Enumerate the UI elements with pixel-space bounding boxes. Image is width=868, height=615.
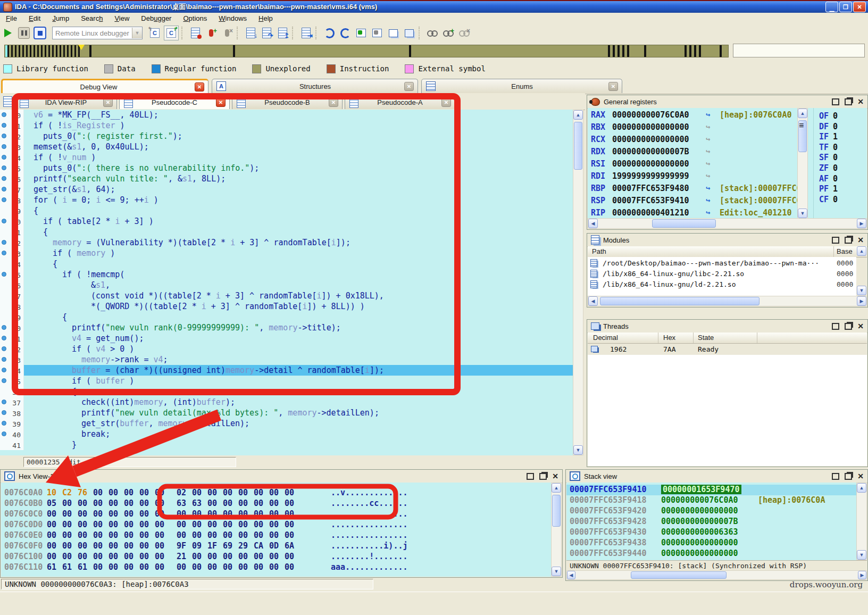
stack-value[interactable]: 000000000000007B (661, 517, 738, 526)
hex-byte[interactable]: 1F (207, 541, 223, 551)
modules-list[interactable]: /root/Desktop/baimao---pwn-master/baimao… (588, 257, 856, 296)
hex-byte[interactable]: 00 (78, 520, 93, 529)
undo-navigation-button[interactable] (322, 26, 336, 40)
restore-icon[interactable] (845, 237, 852, 244)
scroll-down-icon[interactable]: ▼ (552, 567, 561, 576)
code-line[interactable]: 22memory = (Vulnerability *)(table[2 * i… (0, 237, 573, 248)
hex-byte[interactable]: 00 (192, 562, 207, 572)
step-source-next-button[interactable]: C↱ (164, 26, 179, 40)
navigation-band[interactable] (4, 45, 729, 57)
hex-byte[interactable]: 63 (192, 498, 207, 508)
hex-byte[interactable]: 00 (254, 498, 269, 508)
hex-byte[interactable]: 00 (238, 520, 254, 529)
hex-byte[interactable]: 00 (139, 488, 155, 497)
hex-row[interactable]: 0076C10000000000000000002100000000000000… (1, 552, 551, 562)
breakpoint-dot[interactable] (2, 421, 6, 426)
close-tab-icon[interactable]: ✕ (329, 98, 338, 107)
register-target[interactable]: [heap]:0076C0A0 (720, 110, 791, 120)
code-line[interactable]: 11if ( !is_Register ) (0, 120, 573, 131)
restore-button[interactable]: ❐ (839, 2, 852, 12)
step-source-prev-button[interactable]: C↰ (148, 26, 162, 40)
flag-row[interactable]: IF1 (819, 132, 838, 142)
scroll-up-icon[interactable]: ▲ (552, 483, 561, 493)
scroll-up-icon[interactable]: ▲ (857, 483, 866, 493)
window-list-button[interactable] (386, 26, 400, 40)
hex-byte[interactable]: 00 (108, 530, 124, 540)
stack-value[interactable]: 0000000000000000 (661, 548, 738, 558)
hex-byte[interactable]: 00 (223, 488, 238, 497)
tab-structures[interactable]: A Structures ✕ (212, 79, 418, 93)
code-line[interactable]: 40break; (0, 429, 573, 439)
register-value[interactable]: 0000000000000000 (612, 159, 689, 169)
hex-byte[interactable]: 00 (93, 498, 108, 508)
hex-byte[interactable]: 00 (155, 488, 170, 497)
follow-arrow-icon[interactable]: ↪ (706, 208, 710, 217)
hex-byte[interactable]: 00 (192, 552, 207, 561)
hex-byte[interactable]: 00 (62, 509, 78, 519)
hex-bytes[interactable]: 00000000000000009F091F6929CA0D6A (47, 541, 300, 551)
hex-byte[interactable]: 29 (238, 541, 254, 551)
menu-debugger[interactable]: Debugger (135, 13, 177, 23)
stack-rows[interactable]: 00007FFC653F941000000001653F947000007FFC… (566, 483, 867, 560)
module-row[interactable]: /root/Desktop/baimao---pwn-master/baimao… (588, 258, 856, 269)
breakpoint-dot[interactable] (2, 134, 6, 138)
code-line[interactable]: 16printf("search vuln title: ", &s1, 8LL… (0, 173, 573, 184)
hex-byte[interactable]: 00 (108, 498, 124, 508)
stack-row[interactable]: 00007FFC653F94380000000000000000 (566, 538, 867, 548)
follow-arrow-icon[interactable]: ↪ (706, 159, 710, 168)
follow-arrow-icon[interactable]: ↪ (706, 122, 710, 131)
scroll-up-icon[interactable]: ▲ (573, 110, 583, 120)
code-line[interactable]: 18for ( i = 0; i <= 9; ++i ) (0, 195, 573, 205)
hex-byte[interactable]: 00 (93, 541, 108, 551)
hex-byte[interactable]: 00 (124, 562, 139, 572)
pause-button[interactable] (17, 26, 31, 40)
close-tab-icon[interactable]: ✕ (216, 98, 226, 107)
hex-byte[interactable]: 00 (223, 552, 238, 561)
hex-byte[interactable]: 00 (93, 520, 108, 529)
hex-byte[interactable]: 00 (223, 520, 238, 529)
hex-byte[interactable]: 00 (177, 530, 192, 540)
close-icon[interactable]: ✕ (857, 323, 864, 329)
code-line[interactable]: 19{ (0, 205, 573, 216)
subtab-pseudocode-b[interactable]: Pseudocode-B ✕ (232, 95, 343, 109)
hex-byte[interactable]: 00 (254, 488, 269, 497)
stack-value[interactable]: 000000000076C0A0 (661, 495, 738, 505)
code-line[interactable]: 27(const void *)((table[2 * i + 3] ^ ran… (0, 290, 573, 301)
restore-icon[interactable] (845, 473, 852, 480)
add-breakpoint-button[interactable]: + (204, 26, 218, 40)
hex-byte[interactable]: 00 (238, 498, 254, 508)
close-icon[interactable]: ✕ (552, 473, 558, 479)
hex-byte[interactable]: 02 (177, 488, 192, 497)
close-icon[interactable]: ✕ (857, 473, 864, 479)
follow-arrow-icon[interactable]: ↪ (706, 196, 710, 204)
hex-byte[interactable]: 00 (207, 562, 223, 572)
breakpoint-dot[interactable] (2, 272, 6, 277)
code-line[interactable]: 15puts_0(":( there is no vulnerability i… (0, 163, 573, 173)
hexview-scrollbar[interactable]: ▲ ▼ (551, 483, 562, 577)
maximize-icon[interactable] (832, 98, 839, 105)
code-line[interactable]: 39get_str(buffer, memory->detailLen); (0, 418, 573, 429)
breakpoint-dot[interactable] (2, 378, 6, 383)
hex-byte[interactable]: 00 (139, 552, 155, 561)
scroll-down-icon[interactable]: ▼ (857, 286, 866, 295)
hexview-titlebar[interactable]: Hex View-1 ✕ (1, 470, 562, 483)
hex-byte[interactable]: 00 (155, 509, 170, 519)
code-line[interactable]: 21{ (0, 227, 573, 237)
hex-byte[interactable]: 05 (47, 498, 62, 508)
hex-byte[interactable]: 00 (192, 509, 207, 519)
subtab-pseudocode-c[interactable]: Pseudocode-C ✕ (119, 95, 230, 109)
menu-edit[interactable]: Edit (23, 13, 46, 23)
modules-titlebar[interactable]: Modules ✕ (587, 234, 867, 247)
hex-byte[interactable]: 00 (207, 509, 223, 519)
hex-byte[interactable]: 9F (177, 541, 192, 551)
flag-row[interactable]: AF0 (819, 174, 838, 184)
run-until-return-button[interactable]: ↥ (276, 26, 289, 40)
scroll-thumb[interactable] (631, 571, 727, 579)
flag-row[interactable]: DF0 (819, 122, 838, 131)
register-value[interactable]: 000000000000007B (612, 147, 689, 156)
hex-byte[interactable]: C2 (62, 488, 78, 497)
scroll-thumb[interactable] (552, 495, 561, 527)
hex-byte[interactable]: 00 (177, 520, 192, 529)
hex-row[interactable]: 0076C0D000000000000000000000000000000000… (1, 520, 551, 530)
registers-hscrollbar[interactable]: ◀ ▶ (588, 218, 867, 229)
